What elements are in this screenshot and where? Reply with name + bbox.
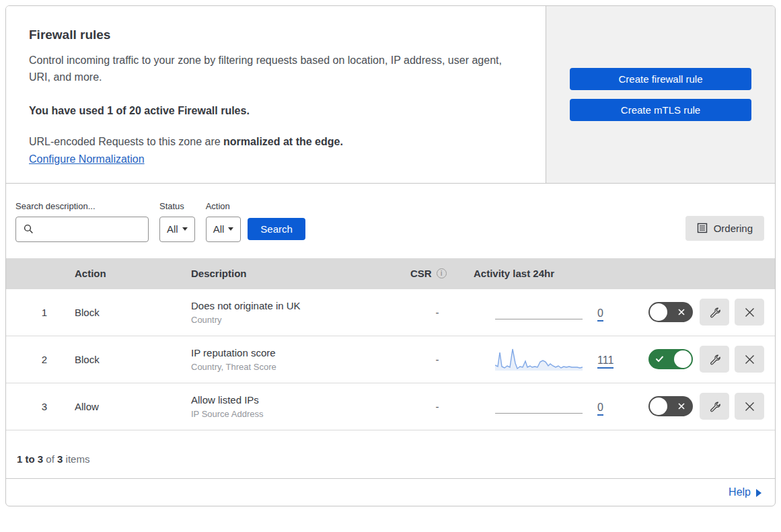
delete-rule-button[interactable] [735,299,764,326]
toggle-knob [650,303,667,321]
action-label: Action [206,201,241,211]
close-icon [745,354,755,365]
delete-rule-button[interactable] [735,393,764,420]
rule-criteria: IP Source Address [191,409,404,419]
header-text-panel: Firewall rules Control incoming traffic … [6,6,546,183]
ordering-button-label: Ordering [714,223,753,234]
activity-flatline [495,413,583,414]
normalization-text: URL-encoded Requests to this zone are [29,136,223,147]
edit-rule-button[interactable] [700,299,729,326]
rule-enabled-toggle[interactable] [648,302,693,322]
normalization-note: URL-encoded Requests to this zone are no… [29,136,519,148]
rule-criteria: Country, Threat Score [191,362,404,372]
create-mtls-rule-button[interactable]: Create mTLS rule [570,99,751,121]
rule-activity-cell: 111 [471,346,632,372]
info-icon[interactable]: i [437,268,447,278]
pagination-summary: 1 to 3 of 3 items [6,430,775,478]
wrench-icon [709,307,720,318]
help-link[interactable]: Help [729,486,761,498]
column-activity: Activity last 24hr [471,268,632,279]
status-label: Status [159,201,195,211]
status-select-value: All [167,223,178,235]
search-icon [24,224,34,234]
configure-normalization-link[interactable]: Configure Normalization [29,153,145,165]
toggle-knob [650,397,667,415]
range-text: 1 to 3 [17,453,43,465]
action-select-value: All [213,223,225,235]
create-firewall-rule-button[interactable]: Create firewall rule [570,68,751,90]
chevron-down-icon [182,227,188,231]
rule-enabled-toggle[interactable] [648,349,693,369]
of-text: of [46,453,54,465]
edit-cell [700,346,735,373]
delete-rule-button[interactable] [735,346,764,373]
activity-count-link[interactable]: 0 [597,307,603,321]
status-select[interactable]: All [159,217,195,242]
activity-sparkline [495,346,583,372]
rule-enabled-toggle[interactable] [648,396,693,416]
close-icon [745,402,755,412]
toggle-cell [632,302,700,322]
page-title: Firewall rules [29,28,519,42]
status-filter-group: Status All [159,201,195,242]
triangle-right-icon [756,489,761,497]
rule-description: IP reputation score [191,347,404,358]
rule-csr: - [404,307,471,318]
total-text: 3 [57,453,63,465]
action-filter-group: Action All [206,201,241,242]
toggle-x-icon [677,402,685,410]
rule-description: Allow listed IPs [191,394,404,406]
rule-activity-cell: 0 [471,397,632,416]
toggle-cell [632,349,700,369]
page-header: Firewall rules Control incoming traffic … [6,6,775,184]
search-input[interactable] [15,217,149,242]
edit-cell [700,393,735,420]
table-row: 1 Block Does not originate in UK Country… [6,289,775,336]
filter-bar: Search description... Status All Action … [6,184,775,258]
column-action: Action [68,268,184,279]
action-select[interactable]: All [206,217,241,242]
usage-summary: You have used 1 of 20 active Firewall ru… [29,105,519,117]
rule-action: Block [68,307,184,318]
rule-activity-cell: 0 [471,303,632,321]
help-bar: Help [6,478,775,506]
rule-description-cell: Allow listed IPs IP Source Address [184,394,404,419]
activity-count-link[interactable]: 0 [597,402,603,416]
rule-csr: - [404,401,471,412]
rule-description-cell: IP reputation score Country, Threat Scor… [184,347,404,372]
rule-csr: - [404,354,471,365]
rule-action: Block [68,354,184,365]
activity-count-link[interactable]: 111 [597,354,613,369]
table-row: 3 Allow Allow listed IPs IP Source Addre… [6,383,775,430]
search-button[interactable]: Search [248,218,305,240]
search-label: Search description... [15,201,149,211]
delete-cell [735,393,775,420]
delete-cell [735,299,775,326]
rule-number: 3 [6,401,68,412]
rule-description-cell: Does not originate in UK Country [184,300,404,325]
ordering-list-icon [697,223,708,233]
toggle-cell [632,396,700,416]
rule-criteria: Country [191,315,404,325]
wrench-icon [709,354,720,365]
edit-rule-button[interactable] [700,346,729,373]
close-icon [745,307,755,317]
ordering-button[interactable]: Ordering [685,216,764,241]
header-actions-panel: Create firewall rule Create mTLS rule [546,6,775,183]
items-text: items [66,453,90,465]
table-header: Action Description CSR i Activity last 2… [6,258,775,289]
edit-rule-button[interactable] [700,393,729,420]
edit-cell [700,299,735,326]
toggle-knob [674,350,692,368]
table-row: 2 Block IP reputation score Country, Thr… [6,336,775,383]
page-description: Control incoming traffic to your zone by… [29,52,517,86]
delete-cell [735,346,775,373]
activity-flatline [495,319,583,319]
firewall-rules-card: Firewall rules Control incoming traffic … [5,5,776,506]
chevron-down-icon [228,227,233,231]
rule-description: Does not originate in UK [191,300,404,311]
column-description: Description [184,268,404,279]
toggle-x-icon [677,308,685,316]
help-label: Help [729,486,751,498]
column-csr-label: CSR [410,268,432,279]
